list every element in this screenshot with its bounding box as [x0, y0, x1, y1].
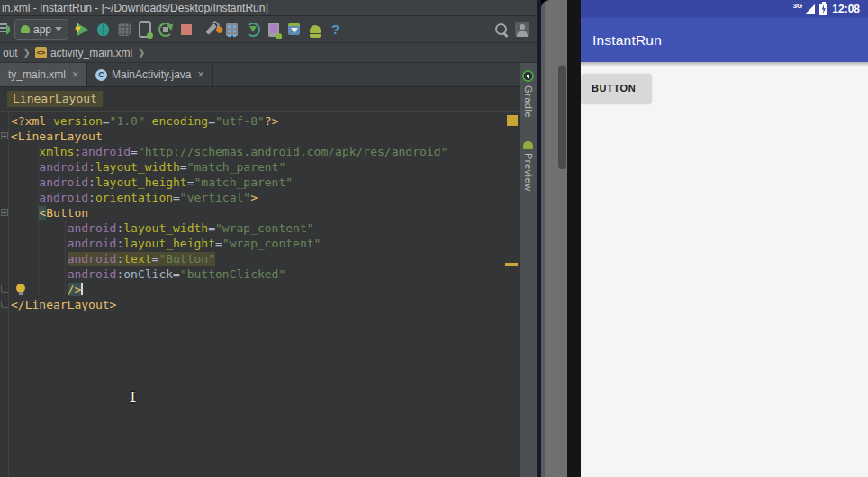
tool-window-label: Preview [523, 153, 534, 192]
tool-window-preview[interactable]: Preview [523, 141, 534, 192]
error-stripe-status-square [507, 115, 518, 126]
sdk-manager-wrench-button[interactable] [202, 20, 221, 40]
run-with-coverage-button[interactable] [114, 20, 133, 40]
mouse-ibeam-cursor: I [129, 391, 138, 406]
android-icon [523, 141, 533, 149]
rerun-arrow-icon [158, 22, 173, 37]
tool-window-gradle[interactable]: Gradle [522, 70, 534, 118]
fold-marker-icon[interactable]: − [1, 132, 8, 140]
editor-context-bar: LinearLayout [0, 87, 520, 112]
emulator-bezel [567, 0, 581, 477]
tab-label: ty_main.xml [8, 68, 66, 81]
signal-strength-icon [805, 4, 815, 14]
code-line[interactable]: android:layout_height="wrap_content" [0, 236, 520, 251]
attach-profiler-button[interactable] [135, 20, 154, 40]
close-icon[interactable]: × [198, 68, 204, 81]
highlighted-range: android:text="Button" [68, 252, 215, 266]
code-line[interactable]: /> [0, 282, 520, 297]
debug-button[interactable] [94, 20, 113, 40]
editor-tab-bar: ty_main.xml × C MainActivity.java × [0, 63, 520, 87]
emulator-side-button [558, 65, 566, 169]
code-line[interactable]: −<LinearLayout [0, 129, 520, 144]
error-stripe-mark [505, 263, 518, 266]
tool-window-bar: Gradle Preview [520, 63, 537, 477]
main-toolbar: app ? [0, 16, 537, 43]
class-icon: C [95, 69, 107, 81]
search-icon [495, 23, 507, 35]
run-configuration-label: app [33, 23, 51, 36]
context-tag-chip[interactable]: LinearLayout [7, 91, 103, 107]
search-button[interactable] [492, 20, 511, 40]
close-icon[interactable]: × [72, 68, 78, 81]
coverage-icon [118, 23, 131, 36]
stop-square-icon [181, 24, 192, 35]
code-line[interactable]: − <Button [0, 205, 520, 220]
text-caret [81, 283, 83, 295]
code-lines: <?xml version="1.0" encoding="utf-8"?>−<… [0, 113, 520, 312]
screenshot-root: in.xml - InstantRun - [~/Downloads/Deskt… [0, 0, 868, 477]
chevron-right-icon: ❯ [137, 47, 145, 58]
device-icon [268, 22, 279, 37]
coverage-digits-icon[interactable] [0, 22, 10, 38]
code-editor[interactable]: <?xml version="1.0" encoding="utf-8"?>−<… [0, 112, 520, 477]
building-icon [226, 23, 238, 36]
tab-label: MainActivity.java [112, 68, 191, 81]
window-titlebar: in.xml - InstantRun - [~/Downloads/Deskt… [0, 0, 537, 16]
battery-charging-icon [819, 4, 827, 15]
device-monitor-button[interactable] [305, 20, 324, 40]
window-title: in.xml - InstantRun - [~/Downloads/Deskt… [2, 2, 268, 14]
android-button-label: BUTTON [592, 83, 636, 94]
code-line[interactable]: </LinearLayout> [0, 297, 520, 312]
breadcrumb-item-file[interactable]: activity_main.xml [50, 47, 132, 59]
code-line[interactable]: android:layout_width="match_parent" [0, 159, 520, 175]
code-line[interactable]: android:layout_width="wrap_content" [0, 220, 520, 236]
stop-button[interactable] [176, 20, 195, 40]
avd-manager-button[interactable] [264, 20, 283, 40]
help-button[interactable]: ? [326, 20, 345, 40]
code-line[interactable]: <?xml version="1.0" encoding="utf-8"?> [0, 113, 520, 129]
project-structure-button[interactable] [222, 20, 241, 40]
wrench-icon [205, 23, 217, 35]
app-bar-shadow [581, 62, 868, 67]
emulator-screen: 3G 12:08 InstantRun BUTTON [581, 0, 868, 477]
question-mark-icon: ? [331, 22, 339, 37]
sdk-box-icon [288, 23, 300, 35]
sdk-manager-button[interactable] [285, 20, 303, 40]
code-line[interactable]: android:onClick="buttonClicked" [0, 266, 520, 282]
gradle-sync-button[interactable] [243, 20, 262, 40]
tab-mainactivity-java[interactable]: C MainActivity.java × [87, 63, 213, 86]
run-button[interactable] [73, 20, 92, 40]
xml-file-icon: <> [35, 47, 47, 58]
fold-marker-icon[interactable] [1, 285, 8, 292]
emulator-frame [541, 0, 567, 477]
breadcrumb: out ❯ <> activity_main.xml ❯ [0, 43, 537, 63]
fold-marker-icon[interactable]: − [1, 209, 8, 216]
android-button[interactable]: BUTTON [582, 74, 651, 103]
code-line[interactable]: android:text="Button" [0, 251, 520, 266]
code-line[interactable]: android:layout_height="match_parent" [0, 175, 520, 190]
phone-icon [139, 21, 151, 38]
app-title: InstantRun [592, 32, 662, 49]
code-line[interactable]: android:orientation="vertical"> [0, 190, 520, 205]
android-robot-icon [310, 25, 321, 33]
network-type-label: 3G [793, 2, 803, 10]
run-configuration-dropdown[interactable]: app [14, 19, 68, 40]
sync-arrow-icon [246, 22, 260, 37]
android-app-bar: InstantRun [581, 18, 868, 62]
android-app-icon [21, 25, 30, 33]
status-bar-time: 12:08 [832, 3, 860, 15]
fold-marker-icon[interactable] [1, 301, 8, 308]
tool-window-label: Gradle [523, 86, 534, 118]
tab-activity-main-xml[interactable]: ty_main.xml × [0, 63, 87, 86]
breadcrumb-item-layout[interactable]: out [3, 47, 18, 59]
android-status-bar: 3G 12:08 [581, 0, 868, 18]
chevron-right-icon: ❯ [23, 47, 31, 58]
rerun-button[interactable] [156, 20, 175, 40]
code-line[interactable]: xmlns:android="http://schemas.android.co… [0, 144, 520, 159]
avatar-icon [515, 22, 529, 37]
intention-lightbulb-icon[interactable] [16, 284, 25, 292]
gradle-icon [522, 70, 534, 82]
bug-icon [97, 23, 109, 36]
chevron-down-icon [55, 27, 62, 32]
user-avatar-button[interactable] [512, 20, 531, 40]
